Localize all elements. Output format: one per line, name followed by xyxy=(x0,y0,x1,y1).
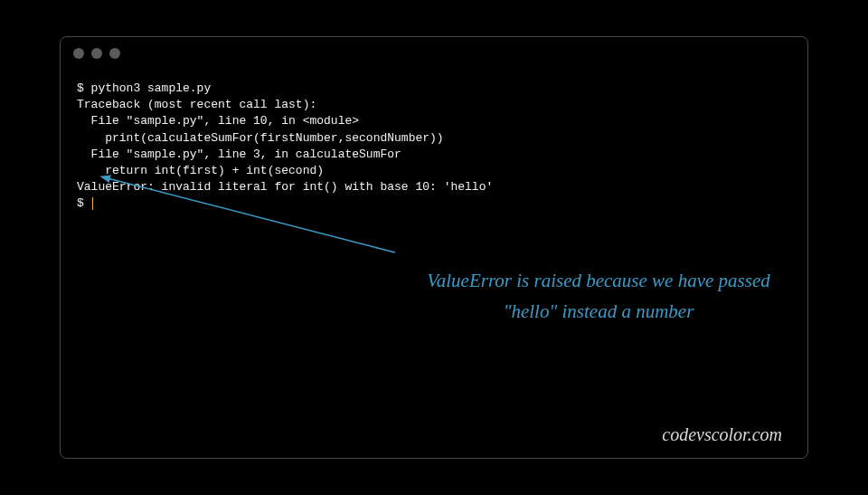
terminal-window: $ python3 sample.py Traceback (most rece… xyxy=(60,36,808,459)
cursor-icon xyxy=(92,197,93,210)
terminal-prompt: $ xyxy=(77,196,91,210)
terminal-line: return int(first) + int(second) xyxy=(77,164,324,177)
terminal-line: ValueError: invalid literal for int() wi… xyxy=(77,180,493,194)
watermark-text: codevscolor.com xyxy=(662,424,782,445)
maximize-icon[interactable] xyxy=(109,48,120,59)
minimize-icon[interactable] xyxy=(91,48,102,59)
terminal-line: $ python3 sample.py xyxy=(77,81,211,95)
terminal-line: Traceback (most recent call last): xyxy=(77,98,316,111)
terminal-line: print(calculateSumFor(firstNumber,second… xyxy=(77,131,444,145)
terminal-output[interactable]: $ python3 sample.py Traceback (most rece… xyxy=(61,70,807,224)
window-titlebar xyxy=(61,37,807,70)
terminal-line: File "sample.py", line 10, in <module> xyxy=(77,114,359,128)
annotation-line: ValueError is raised because we have pas… xyxy=(400,266,797,297)
annotation-text: ValueError is raised because we have pas… xyxy=(400,266,797,327)
terminal-line: File "sample.py", line 3, in calculateSu… xyxy=(77,148,401,161)
close-icon[interactable] xyxy=(73,48,84,59)
annotation-line: "hello" instead a number xyxy=(400,297,797,328)
